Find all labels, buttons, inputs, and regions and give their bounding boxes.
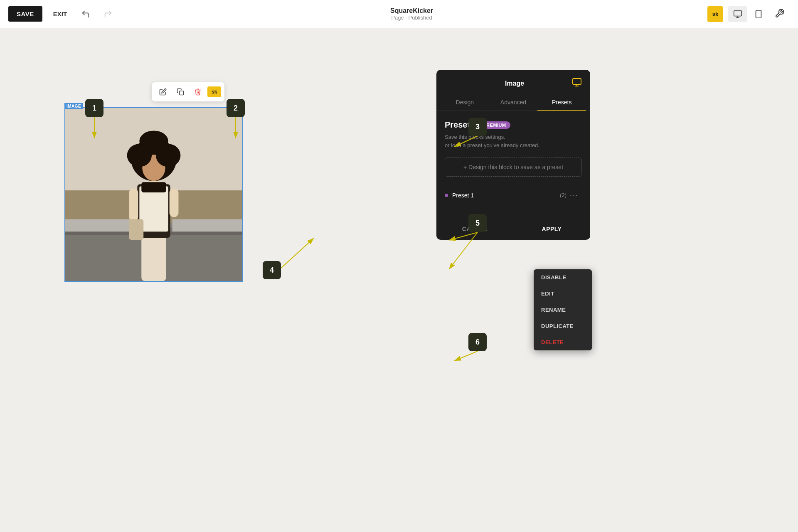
panel-body: Presets PREMIUM Save this blocks setting…: [436, 111, 590, 214]
panel-monitor-icon: [572, 77, 582, 90]
annotation-1: 1: [85, 99, 103, 117]
svg-point-22: [139, 131, 168, 151]
annotation-5: 5: [468, 214, 487, 232]
side-panel: Image Design Advanced Presets Presets PR…: [436, 70, 590, 240]
redo-button[interactable]: [100, 6, 116, 22]
svg-rect-25: [180, 91, 184, 95]
context-disable[interactable]: DISABLE: [534, 269, 592, 286]
edit-block-button[interactable]: [155, 85, 171, 99]
svg-rect-12: [141, 232, 166, 281]
panel-footer: CANCEL APPLY: [436, 218, 590, 240]
preset-count: (2): [560, 192, 566, 198]
tab-design[interactable]: Design: [441, 95, 489, 111]
presets-description: Save this blocks settings, or load a pre…: [445, 133, 582, 149]
topbar: SAVE EXIT SquareKicker Page · Published …: [0, 0, 798, 28]
panel-tabs: Design Advanced Presets: [436, 90, 590, 111]
topbar-center: SquareKicker Page · Published: [123, 7, 701, 21]
trash-icon: [194, 88, 202, 96]
svg-rect-14: [139, 186, 168, 232]
svg-rect-3: [756, 10, 761, 17]
context-rename[interactable]: RENAME: [534, 302, 592, 318]
sk-logo: sk: [707, 6, 723, 22]
preset-name: Preset 1: [452, 192, 558, 199]
svg-rect-11: [172, 219, 242, 232]
image-placeholder: [65, 108, 242, 281]
tools-button[interactable]: [770, 5, 790, 23]
page-subtitle: Page · Published: [123, 15, 701, 21]
tab-presets[interactable]: Presets: [537, 95, 586, 111]
desktop-view-button[interactable]: [728, 6, 747, 22]
svg-line-33: [281, 238, 314, 268]
canvas-area: IMAGE: [0, 28, 798, 532]
svg-rect-23: [141, 182, 166, 192]
context-delete[interactable]: DELETE: [534, 334, 592, 350]
annotation-2: 2: [227, 99, 245, 117]
svg-rect-10: [65, 219, 135, 232]
svg-rect-24: [129, 219, 144, 240]
svg-line-36: [454, 351, 478, 361]
desktop-icon: [733, 10, 742, 19]
annotation-3: 3: [468, 118, 487, 136]
person-image: [65, 107, 242, 282]
tab-advanced[interactable]: Advanced: [489, 95, 538, 111]
pencil-icon: [159, 88, 167, 96]
context-menu: DISABLE EDIT RENAME DUPLICATE DELETE: [534, 269, 592, 350]
context-edit[interactable]: EDIT: [534, 286, 592, 302]
page-title: SquareKicker: [123, 7, 701, 15]
tools-icon: [775, 8, 785, 18]
svg-rect-0: [734, 10, 741, 16]
annotation-4: 4: [263, 261, 281, 279]
panel-header: Image: [436, 70, 590, 90]
save-button[interactable]: SAVE: [8, 6, 42, 22]
preset-dot: [445, 194, 448, 197]
svg-rect-15: [129, 188, 138, 221]
redo-icon: [103, 10, 113, 19]
preset-item: Preset 1 (2) ···: [445, 186, 582, 204]
panel-title: Image: [457, 80, 572, 87]
annotation-6: 6: [468, 333, 487, 351]
topbar-right: sk: [707, 5, 790, 23]
svg-rect-16: [170, 188, 179, 217]
apply-button[interactable]: APPLY: [513, 218, 590, 240]
preset-more-button[interactable]: ···: [566, 189, 582, 201]
image-block[interactable]: [64, 107, 243, 282]
delete-block-button[interactable]: [190, 85, 206, 99]
presets-header: Presets PREMIUM: [445, 120, 582, 130]
context-duplicate[interactable]: DUPLICATE: [534, 318, 592, 334]
mobile-view-button[interactable]: [749, 6, 768, 22]
add-preset-button[interactable]: + Design this block to save as a preset: [445, 158, 582, 177]
sk-block-button[interactable]: sk: [207, 86, 221, 97]
monitor-icon: [572, 77, 582, 87]
block-toolbar: sk: [152, 82, 224, 101]
duplicate-block-button[interactable]: [172, 85, 188, 99]
undo-button[interactable]: [78, 6, 94, 22]
image-label: IMAGE: [64, 103, 83, 109]
svg-rect-26: [573, 79, 581, 84]
undo-icon: [81, 10, 90, 19]
mobile-icon: [754, 10, 763, 19]
exit-button[interactable]: EXIT: [49, 7, 71, 21]
duplicate-icon: [177, 88, 184, 96]
